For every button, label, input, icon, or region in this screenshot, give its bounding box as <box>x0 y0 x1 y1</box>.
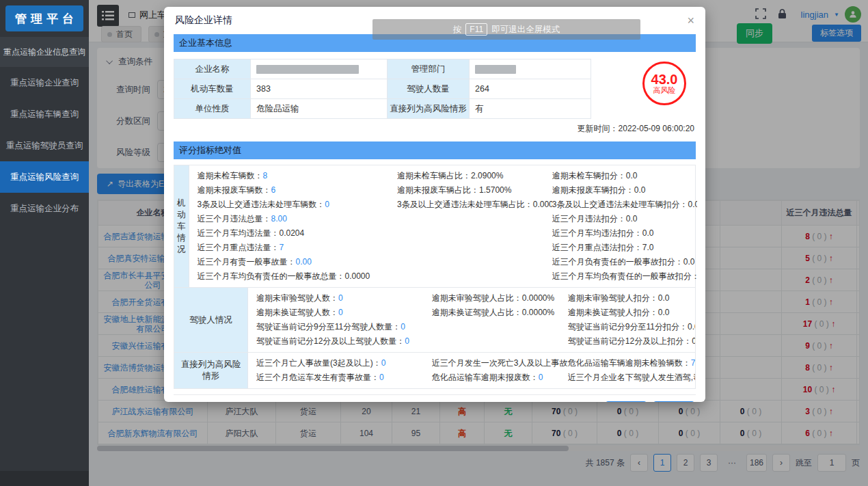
indicator-section-label: 直接列为高风险情形 <box>174 353 248 388</box>
indicator-column: 逾期未审验驾驶人扣分：0.0逾期未换证驾驶人扣分：0.0驾驶证当前记分9分至11… <box>568 291 695 349</box>
fullscreen-toast: 按 F11 即可退出全屏模式 <box>372 19 640 40</box>
indicator-value[interactable]: 7 <box>691 358 695 368</box>
indicator-item: 近三个月重点违法量：7 <box>198 241 398 255</box>
indicator-item: 逾期未检车辆数：8 <box>198 169 398 183</box>
indicator-item-label: 近三个月违法扣分： <box>552 214 626 224</box>
indicator-column: 危化品运输车辆逾期未检验辆数：7近三个月企业名下驾驶人发生酒驾,毒驾 0 <box>568 356 695 385</box>
toast-prefix: 按 <box>453 24 462 36</box>
indicator-value[interactable]: 0 <box>325 200 329 209</box>
indicator-item: 逾期未报废车辆占比：1.5700% <box>397 183 552 198</box>
indicator-column: 近三个月发生一次死亡3人及以上事故量：0危化品运输车逾期未报废数：0 <box>432 356 568 385</box>
sidebar-item[interactable]: 重点运输驾驶员查询 <box>0 130 89 161</box>
indicator-value[interactable]: 0 <box>381 358 386 368</box>
download-button[interactable]: 下载 <box>653 401 694 402</box>
indicator-value: 0.0000% <box>533 200 552 209</box>
indicator-item-label: 近三个月负有责任的一般事故扣分： <box>552 257 683 267</box>
indicator-value: 2.0900% <box>471 171 503 180</box>
sidebar: 管理平台 重点运输企业信息查询 重点运输企业查询重点运输车辆查询重点运输驾驶员查… <box>0 0 89 486</box>
indicator-item-label: 驾驶证当前记分9分至11分扣分： <box>568 322 688 332</box>
indicator-item-label: 近三个月有责一般事故量： <box>198 257 296 267</box>
indicator-value[interactable]: 0 <box>338 293 343 303</box>
update-time-label: 更新时间：2022-05-09 06:00:20 <box>174 123 694 135</box>
indicator-item-label: 危化品运输车辆逾期未检验辆数： <box>568 358 691 368</box>
indicator-item: 近三个月重点违法扣分：7.0 <box>552 241 697 255</box>
indicator-item-label: 逾期未报废车辆数： <box>198 185 271 195</box>
indicator-value: 0.0 <box>688 200 697 209</box>
indicator-item-label: 3条及以上交通违法未处理车辆占比： <box>397 200 533 209</box>
indicator-value: 0.0 <box>683 257 695 267</box>
indicator-item: 逾期未换证驾驶人数：0 <box>256 306 432 320</box>
indicator-value[interactable]: 6 <box>271 185 276 195</box>
indicator-section: 机动车情况逾期未检车辆数：8逾期未报废车辆数：63条及以上交通违法未处理车辆数：… <box>174 165 695 287</box>
indicator-columns: 逾期未审验驾驶人数：0逾期未换证驾驶人数：0驾驶证当前记分9分至11分驾驶人数量… <box>248 288 695 352</box>
indicator-value: 0.0 <box>642 228 654 238</box>
indicator-value[interactable]: 0 <box>539 373 543 382</box>
indicator-column: 逾期未审验驾驶人数：0逾期未换证驾驶人数：0驾驶证当前记分9分至11分驾驶人数量… <box>256 291 432 349</box>
redacted-value <box>256 65 359 74</box>
indicator-value[interactable]: 0.00 <box>296 257 312 267</box>
indicator-value: 0.0 <box>688 322 695 332</box>
indicator-item-label: 驾驶证当前记分12分及以上驾驶人数量： <box>256 336 405 346</box>
indicator-item: 逾期未换证驾驶人扣分：0.0 <box>568 306 695 320</box>
indicator-value: 0.0 <box>692 336 695 346</box>
indicator-item: 近三个月负有责任的一般事故扣分：0.0 <box>552 255 697 269</box>
indicator-item-label: 逾期未检车辆数： <box>198 171 263 180</box>
indicator-item-label: 近三个月重点违法扣分： <box>552 243 642 252</box>
indicator-value: 0.0 <box>658 293 670 303</box>
close-icon[interactable]: × <box>687 14 694 27</box>
indicator-section-label: 驾驶人情况 <box>174 288 248 352</box>
indicator-item-label: 逾期未检车辆占比： <box>397 171 471 180</box>
basic-info-value: 危险品运输 <box>251 99 388 119</box>
indicator-value[interactable]: 0 <box>379 373 384 382</box>
indicator-item: 近三个月车均违法量：0.0204 <box>198 226 398 241</box>
indicator-value[interactable]: 8 <box>263 171 268 180</box>
basic-info-label: 管理部门 <box>388 59 470 79</box>
toast-suffix: 即可退出全屏模式 <box>491 24 560 36</box>
basic-info-row: 单位性质危险品运输直接列为高风险情形有 <box>174 99 591 119</box>
indicator-value[interactable]: 0 <box>338 308 343 317</box>
indicator-item: 驾驶证当前记分12分及以上扣分：0.0 <box>568 334 695 349</box>
indicator-item: 近三个月车均负有责任的一般事故总量：0.0000 <box>198 269 398 284</box>
indicator-item: 驾驶证当前记分9分至11分驾驶人数量：0 <box>256 320 432 334</box>
indicator-item-label: 逾期未报废车辆扣分： <box>552 185 634 195</box>
modal-title: 风险企业详情 <box>175 14 232 27</box>
indicator-item-label: 逾期未换证驾驶人扣分： <box>568 308 658 317</box>
indicator-column: 逾期未检车辆数：8逾期未报废车辆数：63条及以上交通违法未处理车辆数：0近三个月… <box>198 169 398 284</box>
indicator-section: 驾驶人情况逾期未审验驾驶人数：0逾期未换证驾驶人数：0驾驶证当前记分9分至11分… <box>174 287 695 352</box>
risk-level-label: 高风险 <box>653 86 676 95</box>
indicator-value: 0.0000 <box>345 271 370 281</box>
indicator-item-label: 逾期未审验驾驶人扣分： <box>568 293 658 303</box>
indicator-section-label: 机动车情况 <box>174 165 189 287</box>
indicator-value[interactable]: 8.00 <box>271 214 287 224</box>
basic-info-value: 383 <box>251 79 388 99</box>
indicator-item: 3条及以上交通违法未处理车辆扣分：0.0 <box>552 198 697 212</box>
indicator-column: 逾期未检车辆扣分：0.0逾期未报废车辆扣分：0.03条及以上交通违法未处理车辆扣… <box>552 169 697 284</box>
sidebar-item[interactable]: 重点运输企业分布 <box>0 193 89 224</box>
sidebar-item[interactable]: 重点运输企业查询 <box>0 67 89 98</box>
indicator-item-label: 驾驶证当前记分12分及以上扣分： <box>568 336 692 346</box>
sidebar-item[interactable]: 重点运输车辆查询 <box>0 98 89 130</box>
indicator-value: 0.0 <box>634 185 646 195</box>
basic-info-block: 企业名称管理部门机动车数量383驾驶人数量264单位性质危险品运输直接列为高风险… <box>174 52 696 141</box>
sidebar-item[interactable]: 重点运输风险查询 <box>0 161 89 193</box>
basic-info-value: 有 <box>470 99 591 119</box>
sidebar-group-title[interactable]: 重点运输企业信息查询 <box>0 37 89 67</box>
indicator-value: 0.0204 <box>280 228 305 238</box>
modal-footer: 打印 下载 <box>174 394 696 402</box>
modal-body: 企业基本信息 企业名称管理部门机动车数量383驾驶人数量264单位性质危险品运输… <box>164 34 705 402</box>
indicator-item: 近三个月发生一次死亡3人及以上事故量：0 <box>432 356 568 370</box>
indicator-value[interactable]: 0 <box>405 336 409 346</box>
indicator-item: 逾期未审验驾驶人数：0 <box>256 291 432 306</box>
print-button[interactable]: 打印 <box>606 401 647 402</box>
indicator-item: 近三个月违法扣分：0.0 <box>552 212 697 226</box>
basic-info-row: 机动车数量383驾驶人数量264 <box>174 79 591 99</box>
indicator-item-label: 近三个月车均负有责任的一般事故总量： <box>198 271 345 281</box>
indicator-value[interactable]: 7 <box>280 243 284 252</box>
indicator-item-label: 3条及以上交通违法未处理车辆扣分： <box>552 200 688 209</box>
indicator-columns: 逾期未检车辆数：8逾期未报废车辆数：63条及以上交通违法未处理车辆数：0近三个月… <box>189 165 697 287</box>
indicator-value[interactable]: 0 <box>401 322 405 332</box>
indicator-value: 0.0 <box>658 308 670 317</box>
indicator-columns: 近三个月亡人事故量(3起及以上)：0近三个月危运车发生有责事故量：0近三个月发生… <box>248 353 695 388</box>
basic-info-label: 单位性质 <box>174 99 251 119</box>
indicator-value: 1.5700% <box>479 185 511 195</box>
